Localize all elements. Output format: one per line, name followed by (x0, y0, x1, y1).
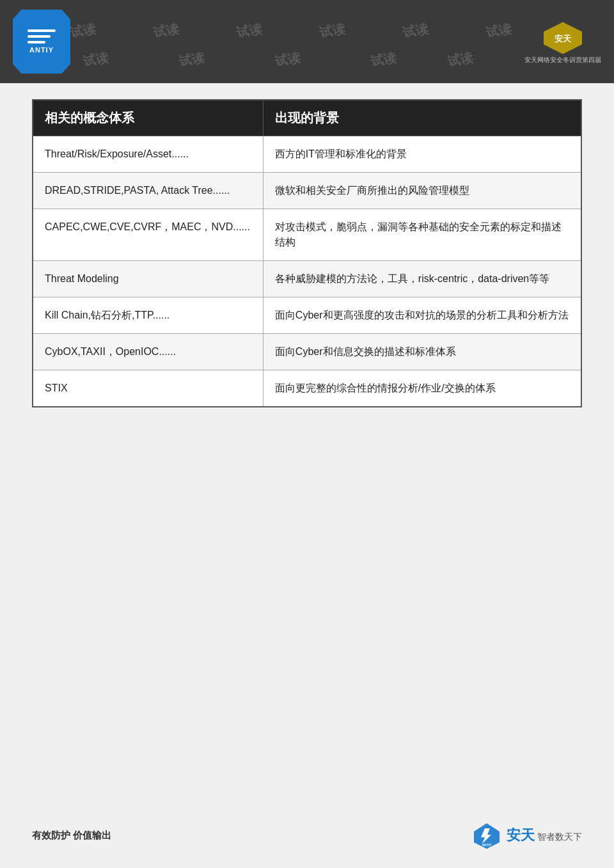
header-watermark-6: 试读 (485, 20, 513, 42)
table-cell-left-6: STIX (33, 370, 263, 407)
table-cell-right-1: 微软和相关安全厂商所推出的风险管理模型 (263, 173, 581, 209)
svg-text:ANTIY: ANTIY (482, 843, 492, 847)
logo-lines (28, 29, 56, 43)
table-row: DREAD,STRIDE,PASTA, Attack Tree......微软和… (33, 173, 581, 209)
table-cell-left-1: DREAD,STRIDE,PASTA, Attack Tree...... (33, 173, 263, 209)
table-cell-left-5: CybOX,TAXII，OpenIOC...... (33, 334, 263, 370)
main-content: 相关的概念体系 出现的背景 Threat/Risk/Exposure/Asset… (32, 99, 582, 407)
logo-line-3 (28, 41, 45, 43)
header-watermark-5: 试读 (402, 20, 430, 42)
concept-table: 相关的概念体系 出现的背景 Threat/Risk/Exposure/Asset… (32, 99, 582, 407)
header-watermark-4: 试读 (319, 20, 347, 42)
footer-slogan: 有效防护 价值输出 (32, 830, 111, 842)
table-cell-right-3: 各种威胁建模的方法论，工具，risk-centric，data-driven等等 (263, 261, 581, 297)
table-row: CybOX,TAXII，OpenIOC......面向Cyber和信息交换的描述… (33, 334, 581, 370)
table-header-row: 相关的概念体系 出现的背景 (33, 100, 581, 136)
col2-header: 出现的背景 (263, 100, 581, 136)
logo-text: ANTIY (29, 46, 54, 54)
table-row: Kill Chain,钻石分析,TTP......面向Cyber和更高强度的攻击… (33, 297, 581, 334)
header: ANTIY 试读 试读 试读 试读 试读 试读 试读 试读 试读 试读 试读 安… (0, 0, 614, 83)
table-row: Threat Modeling各种威胁建模的方法论，工具，risk-centri… (33, 261, 581, 297)
footer-brand-suffix: 智者数天下 (537, 832, 582, 842)
brand-logo-icon: 安天 (537, 19, 588, 54)
header-watermark-1: 试读 (69, 20, 97, 42)
footer-brand-combined: 安天智者数天下 (507, 826, 582, 845)
header-watermark-8: 试读 (178, 49, 206, 71)
table-cell-left-0: Threat/Risk/Exposure/Asset...... (33, 136, 263, 173)
logo: ANTIY (13, 10, 70, 74)
header-watermark-7: 试读 (82, 49, 110, 71)
header-watermark-2: 试读 (152, 20, 180, 42)
table-cell-left-2: CAPEC,CWE,CVE,CVRF，MAEC，NVD...... (33, 209, 263, 261)
logo-line-2 (28, 35, 51, 38)
table-cell-right-6: 面向更完整的综合性的情报分析/作业/交换的体系 (263, 370, 581, 407)
header-watermark-10: 试读 (370, 49, 398, 71)
table-cell-right-0: 西方的IT管理和标准化的背景 (263, 136, 581, 173)
header-watermark-11: 试读 (446, 49, 475, 71)
table-cell-left-3: Threat Modeling (33, 261, 263, 297)
brand-subtitle: 安天网络安全冬训营第四届 (524, 56, 601, 65)
header-watermark-9: 试读 (274, 49, 302, 71)
header-watermark-3: 试读 (235, 20, 264, 42)
table-row: CAPEC,CWE,CVE,CVRF，MAEC，NVD......对攻击模式，脆… (33, 209, 581, 261)
svg-text:安天: 安天 (554, 34, 572, 43)
table-cell-right-4: 面向Cyber和更高强度的攻击和对抗的场景的分析工具和分析方法 (263, 297, 581, 334)
footer: 有效防护 价值输出 ANTIY 安天智者数天下 (32, 822, 582, 849)
table-cell-right-5: 面向Cyber和信息交换的描述和标准体系 (263, 334, 581, 370)
table-cell-left-4: Kill Chain,钻石分析,TTP...... (33, 297, 263, 334)
logo-line-1 (28, 29, 56, 32)
table-row: STIX面向更完整的综合性的情报分析/作业/交换的体系 (33, 370, 581, 407)
table-row: Threat/Risk/Exposure/Asset......西方的IT管理和… (33, 136, 581, 173)
footer-brand-name: 安天 (507, 827, 535, 843)
col1-header: 相关的概念体系 (33, 100, 263, 136)
header-brand: 安天 安天网络安全冬训营第四届 (524, 19, 601, 65)
footer-logo-icon: ANTIY (471, 822, 503, 849)
table-cell-right-2: 对攻击模式，脆弱点，漏洞等各种基础的安全元素的标定和描述结构 (263, 209, 581, 261)
footer-logo: ANTIY 安天智者数天下 (471, 822, 582, 849)
